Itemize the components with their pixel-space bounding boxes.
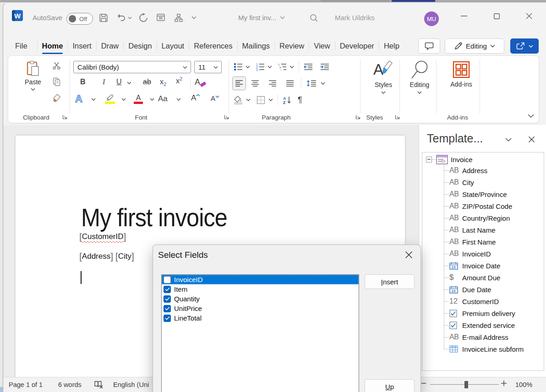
- checked-checkbox-icon[interactable]: [164, 315, 171, 322]
- undo-button[interactable]: [116, 13, 132, 23]
- sort-button[interactable]: AZ: [283, 96, 292, 104]
- multilevel-list-button[interactable]: 1ai: [278, 63, 287, 71]
- shading-button[interactable]: [234, 96, 243, 104]
- tree-item-invoiceid[interactable]: ABInvoiceID: [444, 248, 542, 260]
- line-spacing-button[interactable]: [306, 80, 317, 87]
- text-effects-button[interactable]: A: [75, 93, 82, 104]
- format-painter-button[interactable]: [52, 93, 61, 103]
- paste-button[interactable]: Paste: [20, 60, 46, 91]
- proofing-icon[interactable]: [94, 381, 104, 389]
- editing-group-button[interactable]: Editing: [403, 60, 436, 94]
- change-case-button[interactable]: Aa: [158, 94, 168, 103]
- tree-item-customerid[interactable]: 12CustomerID: [444, 295, 542, 307]
- bullets-chevron-icon[interactable]: [246, 65, 250, 68]
- tree-item-address[interactable]: ABAddress: [444, 164, 542, 176]
- justify-button[interactable]: [285, 80, 295, 87]
- word-count[interactable]: 6 words: [58, 381, 82, 388]
- tab-insert[interactable]: Insert: [68, 39, 96, 53]
- field-row-unitprice[interactable]: UnitPrice: [162, 304, 359, 313]
- tree-item-premium-delivery[interactable]: Premium delivery: [444, 307, 542, 319]
- minimize-button[interactable]: [453, 8, 475, 24]
- save-icon[interactable]: [98, 13, 109, 23]
- address-city-fields[interactable]: [Address] [City]: [79, 252, 134, 261]
- word-logo-icon[interactable]: W: [12, 10, 23, 21]
- font-color-chevron-icon[interactable]: [150, 98, 154, 101]
- checked-checkbox-icon[interactable]: [164, 295, 171, 303]
- tab-mailings[interactable]: Mailings: [238, 39, 275, 53]
- grow-font-button[interactable]: A: [191, 93, 200, 103]
- page-indicator[interactable]: Page 1 of 1: [9, 381, 43, 388]
- superscript-button[interactable]: x2: [176, 76, 182, 85]
- underline-chevron-icon[interactable]: [127, 82, 131, 84]
- text-effects-chevron-icon[interactable]: [91, 98, 96, 101]
- font-color-button[interactable]: A: [134, 94, 143, 104]
- tree-expander-icon[interactable]: [426, 157, 432, 163]
- editing-mode-button[interactable]: Editing: [445, 38, 504, 54]
- bullets-button[interactable]: [234, 63, 243, 71]
- tree-root-invoice[interactable]: Invoice: [422, 153, 544, 165]
- addins-button[interactable]: Add-ins: [441, 60, 482, 88]
- task-pane-chevron-icon[interactable]: [505, 138, 512, 142]
- underline-button[interactable]: U: [116, 78, 122, 86]
- document-heading[interactable]: My first invoice: [81, 202, 227, 232]
- share-button[interactable]: [510, 38, 539, 54]
- document-title[interactable]: My first inv...: [238, 14, 285, 22]
- align-right-button[interactable]: [268, 80, 278, 87]
- tree-item-due-date[interactable]: 23Due Date: [444, 283, 542, 295]
- cut-button[interactable]: [52, 61, 61, 70]
- tab-design[interactable]: Design: [124, 39, 156, 53]
- dialog-close-icon[interactable]: [405, 251, 413, 259]
- tree-item-invoice-date[interactable]: 23Invoice Date: [444, 260, 542, 272]
- numbering-chevron-icon[interactable]: [268, 65, 272, 68]
- subscript-button[interactable]: x2: [160, 78, 166, 87]
- styles-button[interactable]: A Styles: [367, 60, 399, 94]
- preview-icon[interactable]: [156, 13, 166, 23]
- task-pane-close-icon[interactable]: [528, 136, 535, 143]
- align-left-button[interactable]: [232, 76, 246, 90]
- zoom-out-button[interactable]: [421, 380, 426, 387]
- autosave-toggle[interactable]: Off: [66, 13, 93, 25]
- collapse-ribbon-icon[interactable]: [528, 114, 534, 118]
- bold-button[interactable]: B: [80, 78, 86, 86]
- comments-button[interactable]: [418, 38, 440, 54]
- copy-button[interactable]: [52, 77, 61, 86]
- font-size-combo[interactable]: 11: [194, 61, 222, 73]
- zoom-in-button[interactable]: [501, 380, 507, 387]
- tab-references[interactable]: References: [189, 39, 237, 53]
- field-row-linetotal[interactable]: LineTotal: [162, 313, 359, 323]
- styles-dialog-launcher[interactable]: [394, 114, 400, 120]
- up-button[interactable]: Up: [365, 379, 415, 392]
- tab-draw[interactable]: Draw: [97, 39, 124, 53]
- shading-chevron-icon[interactable]: [246, 98, 251, 101]
- font-name-combo[interactable]: Calibri (Body): [73, 61, 191, 73]
- tab-file[interactable]: File: [9, 39, 34, 53]
- line-spacing-chevron-icon[interactable]: [321, 82, 325, 85]
- tree-item-zip-postal-code[interactable]: ABZIP/Postal Code: [444, 200, 542, 212]
- clipboard-dialog-launcher[interactable]: [62, 114, 68, 120]
- field-row-quantity[interactable]: Quantity: [162, 294, 359, 304]
- language-indicator[interactable]: English (Uni: [113, 381, 149, 388]
- tab-developer[interactable]: Developer: [335, 39, 379, 53]
- align-center-button[interactable]: [250, 80, 260, 87]
- tree-item-last-name[interactable]: ABLast Name: [444, 224, 542, 236]
- redo-button[interactable]: [138, 13, 148, 23]
- zoom-slider-handle[interactable]: [464, 381, 468, 388]
- tree-item-e-mail-address[interactable]: ABE-mail Address: [444, 331, 542, 343]
- search-icon[interactable]: [308, 13, 319, 24]
- tree-item-invoiceline-subform[interactable]: InvoiceLine subform: [444, 343, 542, 355]
- maximize-button[interactable]: [486, 8, 507, 24]
- tree-item-first-name[interactable]: ABFirst Name: [444, 236, 542, 248]
- user-name[interactable]: Mark Uildriks: [335, 14, 375, 22]
- borders-button[interactable]: [257, 96, 265, 104]
- tree-item-city[interactable]: ABCity: [444, 176, 542, 188]
- font-dialog-launcher[interactable]: [224, 114, 229, 120]
- tab-layout[interactable]: Layout: [157, 39, 189, 53]
- highlight-button[interactable]: [105, 94, 115, 104]
- numbering-button[interactable]: 123: [256, 63, 265, 71]
- pilcrow-button[interactable]: ¶: [298, 95, 302, 105]
- avatar[interactable]: MU: [424, 11, 439, 26]
- clear-formatting-button[interactable]: A: [195, 77, 207, 87]
- tab-home[interactable]: Home: [38, 39, 68, 53]
- multilevel-chevron-icon[interactable]: [289, 65, 294, 68]
- field-list[interactable]: InvoiceIDItemQuantityUnitPriceLineTotal: [161, 274, 359, 392]
